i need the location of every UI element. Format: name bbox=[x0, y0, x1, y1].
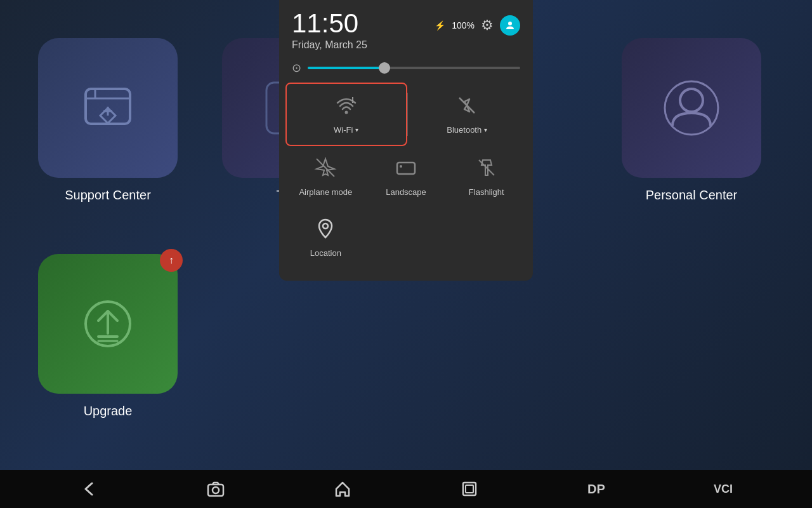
landscape-icon bbox=[395, 156, 417, 184]
date-display: Friday, March 25 bbox=[292, 39, 367, 51]
bluetooth-dropdown-arrow: ▾ bbox=[484, 126, 487, 133]
tile-location[interactable]: Location bbox=[285, 207, 366, 268]
dp-label: DP bbox=[587, 482, 605, 497]
svg-line-14 bbox=[479, 160, 494, 175]
battery-icon: ⚡ bbox=[435, 20, 445, 30]
quick-settings-panel: 11:50 Friday, March 25 ⚡ 100% ⚙ ⊙ bbox=[279, 0, 533, 281]
svg-point-4 bbox=[680, 89, 703, 112]
bluetooth-icon bbox=[455, 94, 478, 121]
airplane-icon bbox=[314, 156, 337, 184]
brightness-slider[interactable] bbox=[308, 67, 520, 69]
brightness-icon: ⊙ bbox=[292, 61, 301, 75]
app-item-upgrade[interactable]: ↑ Upgrade bbox=[38, 254, 178, 418]
battery-percent: 100% bbox=[452, 20, 475, 30]
tiles-row-3: Location bbox=[279, 207, 533, 268]
location-label: Location bbox=[310, 248, 341, 258]
brightness-fill bbox=[308, 67, 384, 69]
tiles-row-2: Airplane mode Landscape Flashlight bbox=[279, 146, 533, 207]
app-label-upgrade: Upgrade bbox=[84, 404, 133, 418]
bluetooth-label: Bluetooth ▾ bbox=[447, 125, 487, 135]
panel-header: 11:50 Friday, March 25 ⚡ 100% ⚙ bbox=[279, 0, 533, 56]
tile-wifi[interactable]: ! Wi-Fi ▾ bbox=[285, 83, 407, 146]
recent-button[interactable] bbox=[455, 475, 483, 503]
svg-text:!: ! bbox=[351, 96, 354, 105]
tile-bluetooth[interactable]: Bluetooth ▾ bbox=[408, 83, 527, 146]
vci-button[interactable]: VCI bbox=[709, 475, 737, 503]
app-label-support-center: Support Center bbox=[65, 188, 151, 203]
app-icon-upgrade: ↑ bbox=[38, 254, 178, 394]
svg-point-7 bbox=[508, 22, 512, 25]
home-button[interactable] bbox=[329, 475, 357, 503]
svg-rect-12 bbox=[397, 163, 415, 174]
wifi-icon: ! bbox=[335, 94, 358, 121]
user-avatar[interactable] bbox=[500, 15, 520, 36]
tile-airplane[interactable]: Airplane mode bbox=[285, 146, 366, 207]
tile-landscape[interactable]: Landscape bbox=[366, 146, 447, 207]
svg-point-8 bbox=[344, 111, 348, 114]
app-item-personal-center[interactable]: Personal Center bbox=[622, 38, 761, 203]
flashlight-label: Flashlight bbox=[469, 187, 504, 197]
time-block: 11:50 Friday, March 25 bbox=[292, 10, 367, 51]
back-button[interactable] bbox=[75, 475, 103, 503]
time-display: 11:50 bbox=[292, 10, 367, 37]
tiles-row-1: ! Wi-Fi ▾ Bluetooth ▾ bbox=[279, 83, 533, 146]
camera-button[interactable] bbox=[202, 475, 230, 503]
svg-point-15 bbox=[323, 224, 328, 229]
taskbar: DP VCI bbox=[0, 470, 812, 508]
svg-rect-0 bbox=[86, 89, 130, 124]
airplane-label: Airplane mode bbox=[299, 187, 352, 197]
wifi-dropdown-arrow: ▾ bbox=[355, 126, 358, 133]
svg-point-13 bbox=[400, 165, 402, 168]
app-label-personal-center: Personal Center bbox=[646, 188, 738, 203]
svg-rect-16 bbox=[208, 485, 223, 496]
brightness-row: ⊙ bbox=[279, 56, 533, 83]
status-icons: ⚡ 100% ⚙ bbox=[435, 15, 520, 36]
app-icon-personal-center bbox=[622, 38, 761, 178]
vci-label: VCI bbox=[714, 483, 733, 496]
dp-button[interactable]: DP bbox=[582, 475, 610, 503]
settings-button[interactable]: ⚙ bbox=[481, 17, 494, 34]
tile-flashlight[interactable]: Flashlight bbox=[446, 146, 527, 207]
app-item-support-center[interactable]: Support Center bbox=[38, 38, 178, 203]
location-icon bbox=[314, 217, 337, 244]
flashlight-icon bbox=[475, 156, 498, 184]
app-icon-support-center bbox=[38, 38, 178, 178]
landscape-label: Landscape bbox=[386, 187, 426, 197]
brightness-thumb[interactable] bbox=[379, 62, 390, 74]
upgrade-badge: ↑ bbox=[160, 249, 183, 272]
svg-point-17 bbox=[213, 487, 219, 493]
svg-rect-19 bbox=[466, 485, 473, 493]
wifi-label: Wi-Fi ▾ bbox=[334, 125, 358, 135]
